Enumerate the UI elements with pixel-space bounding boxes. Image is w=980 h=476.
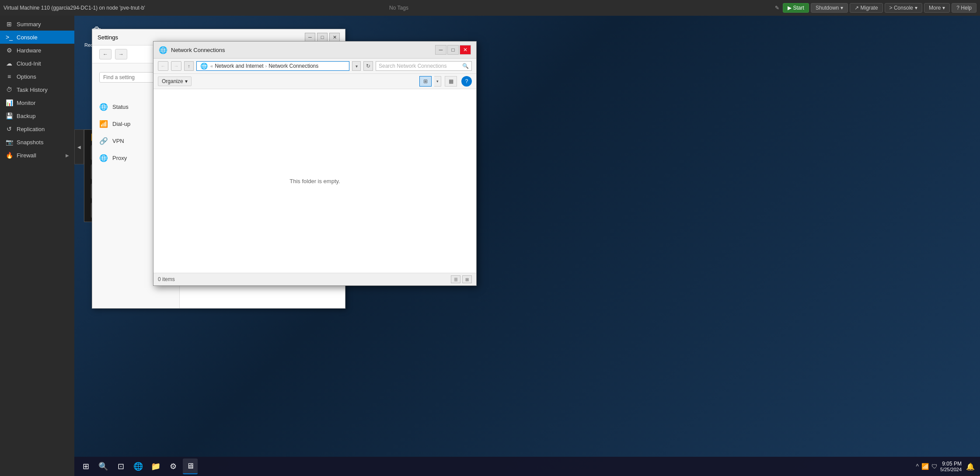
tray-chevron-icon[interactable]: ^ bbox=[916, 463, 919, 470]
netconn-help-button[interactable]: ? bbox=[461, 76, 472, 87]
netconn-back-button[interactable]: ← bbox=[158, 61, 168, 71]
sidebar-item-label: Cloud-Init bbox=[17, 60, 41, 67]
shutdown-label: Shutdown bbox=[816, 5, 839, 11]
taskbar-ie-button[interactable]: 🌐 bbox=[130, 459, 146, 474]
topbar-actions: ▶ Start Shutdown ▾ ↗ Migrate > Console ▾… bbox=[783, 3, 977, 13]
tray-network-icon[interactable]: 📶 bbox=[921, 463, 929, 470]
address-part-1: Network and Internet bbox=[215, 63, 263, 69]
taskbar-active-app[interactable]: 🖥 bbox=[183, 459, 198, 474]
tray-clock[interactable]: 9:05 PM 5/25/2024 bbox=[940, 461, 962, 472]
statusbar-grid-view-button[interactable]: ⊞ bbox=[462, 275, 472, 283]
sidebar-item-task-history[interactable]: ⏱ Task History bbox=[0, 83, 74, 96]
netconn-up-button[interactable]: ↑ bbox=[184, 61, 194, 71]
tags-label: No Tags bbox=[389, 5, 771, 11]
taskbar-folder-button[interactable]: 📁 bbox=[148, 459, 164, 474]
main-layout: ⊞ Summary >_ Console ⚙ Hardware ☁ Cloud-… bbox=[0, 16, 980, 476]
tray-security-icon[interactable]: 🛡 bbox=[931, 463, 938, 470]
netconn-title-text: Network Connections bbox=[171, 47, 225, 53]
vnc-collapse-button[interactable]: ◀ bbox=[74, 129, 84, 164]
network-connections-window: 🌐 Network Connections ─ □ ✕ ← → ↑ 🌐 « Ne… bbox=[153, 41, 477, 286]
taskbar-start-button[interactable]: ⊞ bbox=[78, 459, 94, 474]
shutdown-caret: ▾ bbox=[840, 5, 843, 11]
top-bar: Virtual Machine 110 (ggarcia294-DC1-1) o… bbox=[0, 0, 980, 16]
more-button[interactable]: More ▾ bbox=[924, 3, 950, 13]
task-history-icon: ⏱ bbox=[5, 86, 13, 93]
options-icon: ≡ bbox=[5, 73, 13, 80]
console-caret: ▾ bbox=[915, 5, 917, 11]
taskbar-tray: ^ 📶 🛡 9:05 PM 5/25/2024 🔔 bbox=[916, 460, 977, 473]
replication-icon: ↺ bbox=[5, 125, 13, 132]
netconn-search-input[interactable]: Search Network Connections 🔍 bbox=[376, 61, 472, 71]
vm-title: Virtual Machine 110 (ggarcia294-DC1-1) o… bbox=[3, 5, 386, 11]
netconn-controls: ─ □ ✕ bbox=[435, 45, 471, 55]
address-part-2: Network Connections bbox=[269, 63, 318, 69]
address-bar-separator: « bbox=[210, 63, 213, 69]
active-app-icon: 🖥 bbox=[186, 462, 194, 471]
start-menu-icon: ⊞ bbox=[83, 462, 89, 471]
start-button[interactable]: ▶ Start bbox=[783, 3, 809, 13]
sidebar-item-replication[interactable]: ↺ Replication bbox=[0, 122, 74, 136]
migrate-button[interactable]: ↗ Migrate bbox=[850, 3, 882, 13]
search-icon: 🔍 bbox=[462, 63, 469, 69]
view-dropdown-button[interactable]: ▾ bbox=[434, 76, 441, 87]
settings-close-button[interactable]: ✕ bbox=[329, 33, 340, 42]
cloud-init-icon: ☁ bbox=[5, 60, 13, 67]
back-icon: ← bbox=[103, 51, 108, 57]
shutdown-button[interactable]: Shutdown ▾ bbox=[811, 3, 848, 13]
status-item-count: 0 items bbox=[158, 276, 175, 282]
taskbar-search-button[interactable]: 🔍 bbox=[95, 459, 111, 474]
more-caret: ▾ bbox=[942, 5, 945, 11]
console-button[interactable]: > Console ▾ bbox=[885, 3, 922, 13]
console-label: > Console bbox=[889, 5, 913, 11]
sidebar-item-console[interactable]: >_ Console bbox=[0, 31, 74, 44]
sidebar-item-snapshots[interactable]: 📷 Snapshots bbox=[0, 136, 74, 149]
content-area: 🗑 Recycle Bin ◀ VNC 📷 🖥 ⚙ ⏻ Ctrl Alt ⌨ ⊞… bbox=[74, 16, 980, 476]
organize-button[interactable]: Organize ▾ bbox=[158, 76, 192, 86]
netconn-close-button[interactable]: ✕ bbox=[460, 45, 471, 55]
netconn-content-area: This folder is empty. bbox=[153, 89, 476, 273]
netconn-forward-button[interactable]: → bbox=[171, 61, 181, 71]
notification-center-button[interactable]: 🔔 bbox=[964, 460, 977, 473]
statusbar-list-view-button[interactable]: ☰ bbox=[451, 275, 460, 283]
summary-icon: ⊞ bbox=[5, 21, 13, 28]
dialup-label: Dial-up bbox=[112, 121, 130, 127]
ie-icon: 🌐 bbox=[133, 462, 143, 471]
sidebar-item-label: Snapshots bbox=[17, 139, 43, 146]
snapshots-icon: 📷 bbox=[5, 139, 13, 146]
address-bar-path: Network and Internet › Network Connectio… bbox=[215, 63, 318, 69]
more-label: More bbox=[929, 5, 941, 11]
taskbar-settings-button[interactable]: ⚙ bbox=[165, 459, 181, 474]
taskview-icon: ⊡ bbox=[118, 462, 124, 471]
netconn-address-bar[interactable]: 🌐 « Network and Internet › Network Conne… bbox=[196, 61, 349, 71]
address-dropdown-button[interactable]: ▾ bbox=[352, 61, 361, 71]
clock-date: 5/25/2024 bbox=[940, 467, 962, 472]
edit-icon[interactable]: ✎ bbox=[775, 5, 779, 11]
sidebar-item-hardware[interactable]: ⚙ Hardware bbox=[0, 44, 74, 57]
sidebar-item-options[interactable]: ≡ Options bbox=[0, 70, 74, 83]
taskbar: ⊞ 🔍 ⊡ 🌐 📁 ⚙ 🖥 ^ 📶 bbox=[74, 457, 980, 476]
sidebar-item-label: Firewall bbox=[17, 152, 36, 159]
preview-pane-button[interactable]: ▦ bbox=[445, 76, 457, 87]
vpn-label: VPN bbox=[112, 138, 124, 144]
netconn-minimize-button[interactable]: ─ bbox=[435, 45, 446, 55]
sidebar-item-firewall[interactable]: 🔥 Firewall ▶ bbox=[0, 149, 74, 162]
help-button[interactable]: ? Help bbox=[952, 3, 977, 13]
taskbar-taskview-button[interactable]: ⊡ bbox=[113, 459, 129, 474]
netconn-refresh-button[interactable]: ↻ bbox=[363, 61, 373, 71]
sidebar-item-monitor[interactable]: 📊 Monitor bbox=[0, 96, 74, 109]
settings-minimize-button[interactable]: ─ bbox=[305, 33, 315, 42]
netconn-maximize-button[interactable]: □ bbox=[447, 45, 459, 55]
settings-back-button[interactable]: ← bbox=[99, 49, 112, 59]
address-bar-icon: 🌐 bbox=[200, 63, 208, 69]
sidebar-item-summary[interactable]: ⊞ Summary bbox=[0, 17, 74, 31]
sidebar-item-cloud-init[interactable]: ☁ Cloud-Init bbox=[0, 57, 74, 70]
sidebar-item-label: Task History bbox=[17, 87, 48, 93]
details-view-button[interactable]: ⊞ bbox=[419, 76, 432, 87]
sidebar-item-backup[interactable]: 💾 Backup bbox=[0, 109, 74, 122]
settings-window-controls: ─ □ ✕ bbox=[305, 33, 340, 42]
proxy-label: Proxy bbox=[112, 155, 127, 161]
settings-forward-button[interactable]: → bbox=[115, 49, 127, 59]
sidebar-item-label: Hardware bbox=[17, 47, 41, 54]
sidebar-item-label: Console bbox=[17, 34, 38, 41]
settings-maximize-button[interactable]: □ bbox=[317, 33, 328, 42]
